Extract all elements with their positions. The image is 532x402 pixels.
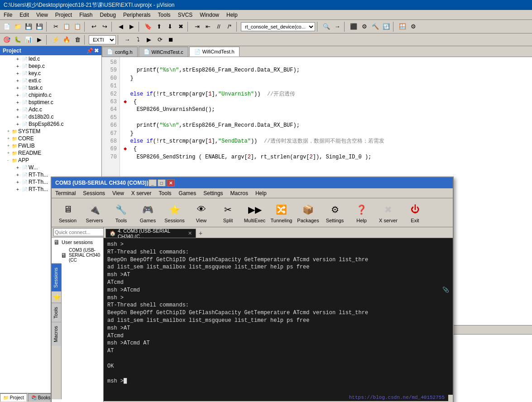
tree-item-extic[interactable]: + 📄 exti.c — [0, 77, 101, 84]
term-tool-session[interactable]: 🖥 Session — [55, 201, 80, 224]
vtab-sessions[interactable]: Sessions — [52, 263, 61, 292]
vtab-macros[interactable]: Macros — [52, 322, 61, 346]
dbg-step-btn[interactable]: → — [122, 35, 132, 45]
term-tool-exit[interactable]: ⏻ Exit — [403, 201, 427, 224]
tab-wificmdtestc[interactable]: 📄 WifiCmdTest.c — [139, 47, 188, 57]
menu-item-window[interactable]: Window — [196, 11, 223, 19]
menu-item-view[interactable]: View — [33, 11, 52, 19]
dbg-stop-btn[interactable]: ⏹ — [166, 35, 176, 45]
term-menu-xserver[interactable]: X server — [128, 189, 155, 197]
term-menu-help[interactable]: Help — [252, 189, 270, 197]
go-btn[interactable]: → — [332, 22, 342, 32]
menu-item-peripherals[interactable]: Peripherals — [120, 11, 154, 19]
terminal-minimize-btn[interactable]: _ — [149, 179, 157, 187]
tree-item-chipinfoc[interactable]: + 📄 chipinfo.c — [0, 91, 101, 99]
vtab-star[interactable]: ⭐ — [52, 292, 61, 303]
term-tool-split[interactable]: ✂ Split — [216, 201, 240, 224]
tree-item-keyc[interactable]: + 📄 key.c — [0, 70, 101, 77]
tree-item-core[interactable]: + 📁 CORE — [0, 135, 101, 142]
menu-item-project[interactable]: Project — [52, 11, 76, 19]
save-all-btn[interactable]: 💾 — [34, 22, 44, 32]
settings-btn[interactable]: ⚙ — [408, 22, 418, 32]
debug-btn[interactable]: 🐛 — [13, 35, 23, 45]
terminal-close-btn[interactable]: ✕ — [167, 179, 175, 187]
terminal-body[interactable]: msh > RT-Thread shell commands: BeepOn B… — [104, 238, 453, 395]
new-file-btn[interactable]: 📄 — [2, 22, 12, 32]
comment-btn[interactable]: // — [214, 22, 224, 32]
bookmark-btn[interactable]: 🔖 — [143, 22, 153, 32]
stop-btn[interactable]: ⬛ — [349, 22, 359, 32]
flash-btn[interactable]: ⚡ — [51, 35, 61, 45]
term-tool-view[interactable]: 👁 View — [189, 201, 214, 224]
copy-btn[interactable]: 📋 — [62, 22, 72, 32]
rebuild-btn[interactable]: 🔃 — [381, 22, 391, 32]
term-tool-packages[interactable]: 📦 Packages — [296, 201, 321, 224]
menu-item-flash[interactable]: Flash — [76, 11, 96, 19]
dbg-step-over-btn[interactable]: ⤵ — [133, 35, 143, 45]
flash2-btn[interactable]: 🔥 — [62, 35, 72, 45]
term-tool-xserver[interactable]: ✖ X server — [376, 201, 401, 224]
term-tool-settings[interactable]: ⚙ Settings — [322, 201, 347, 224]
run-btn[interactable]: ▶ — [34, 35, 44, 45]
target-dropdown[interactable]: EXTI — [89, 35, 116, 44]
unindent-btn[interactable]: ⇤ — [203, 22, 213, 32]
tree-item-ledc[interactable]: + 📄 led.c — [0, 55, 101, 62]
term-tool-tools[interactable]: 🔧 Tools — [109, 201, 134, 224]
open-btn[interactable]: 📁 — [13, 22, 23, 32]
term-tool-help[interactable]: ❓ Help — [349, 201, 374, 224]
tree-item-ds18b20c[interactable]: + 📄 ds18b20.c — [0, 113, 101, 120]
redo-btn[interactable]: ↪ — [100, 22, 110, 32]
session-item-user[interactable]: 🖥 User sessions — [52, 238, 103, 247]
vtab-tools[interactable]: Tools — [52, 303, 61, 322]
undo-btn[interactable]: ↩ — [89, 22, 99, 32]
term-menu-settings[interactable]: Settings — [200, 189, 226, 197]
tree-item-adcc[interactable]: + 📄 Adc.c — [0, 106, 101, 113]
term-menu-view[interactable]: View — [109, 189, 128, 197]
tree-item-system[interactable]: + 📁 SYSTEM — [0, 128, 101, 135]
target-options-btn[interactable]: 🎯 — [2, 35, 12, 45]
tree-item-bspesp8266c[interactable]: + 📄 BspEsp8266.c — [0, 120, 101, 128]
cut-btn[interactable]: ✂ — [51, 22, 61, 32]
bookmark-next-btn[interactable]: ⬇ — [165, 22, 175, 32]
tree-item-app[interactable]: - 📁 APP — [0, 157, 101, 164]
tree-item-beepc[interactable]: + 📄 beep.c — [0, 62, 101, 70]
menu-item-tools[interactable]: Tools — [154, 11, 174, 19]
paste-btn[interactable]: 📋 — [72, 22, 82, 32]
term-tool-tunneling[interactable]: 🔀 Tunneling — [269, 201, 294, 224]
bookmark-clear-btn[interactable]: ✖ — [176, 22, 186, 32]
build-btn[interactable]: 🔨 — [370, 22, 380, 32]
menu-item-svcs[interactable]: SVCS — [174, 11, 197, 19]
function-dropdown[interactable]: rt_console_set_device(co... — [241, 22, 315, 31]
tab-wificmdtesth[interactable]: 📄 WifiCmdTest.h — [189, 47, 240, 57]
menu-item-help[interactable]: Help — [223, 11, 241, 19]
terminal-tab-add[interactable]: + — [196, 229, 205, 238]
term-tool-sessions[interactable]: ⭐ Sessions — [162, 201, 187, 224]
tree-item-readme[interactable]: + 📁 README — [0, 149, 101, 157]
tree-item-bsptimerc[interactable]: + 📄 bsptimer.c — [0, 99, 101, 106]
term-tool-multiexec[interactable]: ▶▶ MultiExec — [242, 201, 267, 224]
terminal-maximize-btn[interactable]: □ — [158, 179, 166, 187]
sidebar-close-btn[interactable]: ✖ — [94, 48, 99, 54]
menu-item-debug[interactable]: Debug — [96, 11, 120, 19]
tree-item-w[interactable]: + 📄 W... — [0, 164, 101, 171]
tab-configh[interactable]: 📄 config.h — [102, 47, 138, 57]
window-btn[interactable]: 🪟 — [398, 22, 407, 32]
compile-btn[interactable]: ⚙ — [359, 22, 369, 32]
trace-btn[interactable]: 📊 — [24, 35, 34, 45]
sidebar-tab-books[interactable]: 📚 Books — [28, 393, 54, 402]
dbg-reset-btn[interactable]: ⟳ — [155, 35, 165, 45]
bookmark-prev-btn[interactable]: ⬆ — [154, 22, 164, 32]
sidebar-pin-btn[interactable]: 📌 — [86, 48, 93, 54]
forward-btn[interactable]: ▶ — [127, 22, 137, 32]
uncomment-btn[interactable]: /* — [225, 22, 235, 32]
save-btn[interactable]: 💾 — [24, 22, 34, 32]
indent-btn[interactable]: ⇥ — [192, 22, 202, 32]
tree-item-taskc[interactable]: + 📄 task.c — [0, 84, 101, 91]
term-menu-macros[interactable]: Macros — [227, 189, 252, 197]
menu-item-file[interactable]: File — [0, 11, 16, 19]
term-menu-games[interactable]: Games — [175, 189, 200, 197]
dbg-run-btn[interactable]: ▶ — [144, 35, 154, 45]
term-tool-games[interactable]: 🎮 Games — [135, 201, 160, 224]
session-item-com3[interactable]: 🖥 COM3 (USB-SERIAL CH340 (CC — [52, 247, 103, 263]
menu-item-edit[interactable]: Edit — [16, 11, 33, 19]
